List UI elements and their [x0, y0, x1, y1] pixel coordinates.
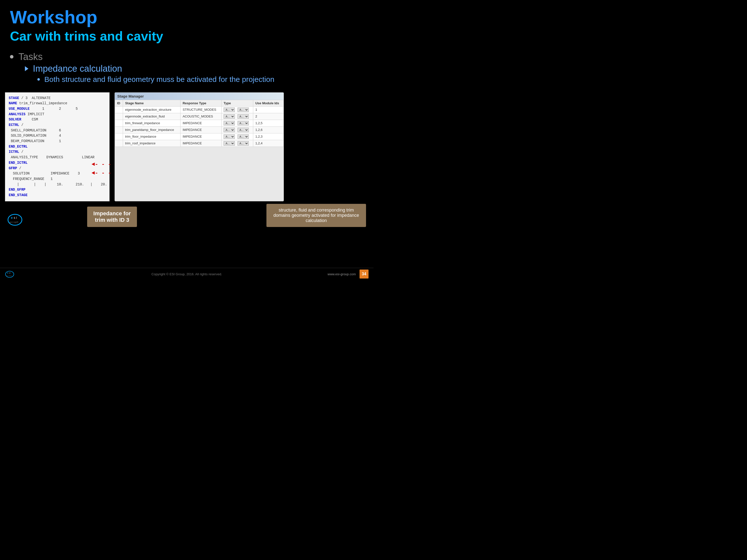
- projection-text: Both structure and fluid geometry muss b…: [44, 75, 275, 84]
- page-number: 34: [360, 270, 368, 278]
- tasks-section: Tasks Impedance calculation Both structu…: [10, 52, 364, 84]
- code-line-13: END_ICTRL: [9, 160, 106, 166]
- cell-id: [115, 106, 123, 113]
- footer-esi-logo-icon: e s i get it right®: [5, 270, 18, 278]
- code-line-6: ECTRL /: [9, 123, 106, 128]
- header: Workshop Car with trims and cavity: [0, 0, 374, 47]
- title-subtitle: Car with trims and cavity: [10, 28, 364, 44]
- main-content: STAGE / 3 ALTERNATE NAME trim_firewall_i…: [0, 92, 374, 202]
- cell-stage-name: eigenmode_extraction_structure: [123, 106, 181, 113]
- svg-text:e: e: [11, 216, 13, 219]
- type-select2[interactable]: A...: [237, 114, 249, 119]
- code-line-15: SOLUTION IMPEDANCE 3: [9, 171, 106, 177]
- table-row: trim_floor_impedance IMPEDANCE A... A...…: [115, 133, 284, 140]
- type-select2[interactable]: A...: [237, 128, 249, 132]
- table-row: trim_paneldamp_floor_impedance IMPEDANCE…: [115, 127, 284, 133]
- table-row: eigenmode_extraction_structure STRUCTURE…: [115, 106, 284, 113]
- type-select[interactable]: A...: [224, 134, 235, 139]
- footer-website: www.esi-group.com: [328, 272, 356, 276]
- cell-response-type: STRUCTURE_MODES: [181, 106, 222, 113]
- cell-module-ids: 2: [253, 113, 284, 120]
- structure-area: structure, fluid and corresponding trim …: [142, 204, 366, 227]
- structure-text: structure, fluid and corresponding trim …: [274, 208, 359, 223]
- cell-response-type: IMPEDANCE: [181, 120, 222, 127]
- type-select[interactable]: A...: [224, 114, 235, 119]
- impedance-line2: trim with ID 3: [92, 217, 132, 223]
- type-select2[interactable]: A...: [237, 141, 249, 145]
- slide: Workshop Car with trims and cavity Tasks…: [0, 0, 374, 280]
- stage-manager-panel: Stage Manager ID Stage Name Response Typ…: [114, 92, 284, 202]
- type-select2[interactable]: A...: [237, 108, 249, 112]
- code-line-2: NAME trim_firewall_impedance: [9, 101, 106, 106]
- col-stage-name: Stage Name: [123, 100, 181, 106]
- cell-type: A... A...: [221, 140, 253, 146]
- impedance-calc-text: Impedance calculation: [33, 63, 122, 74]
- cell-id: [115, 140, 123, 146]
- code-line-11: ICTRL /: [9, 149, 106, 155]
- cell-id: [115, 120, 123, 127]
- esi-logo-icon: e s i get it right ®: [7, 212, 27, 226]
- title-workshop: Workshop: [10, 7, 364, 27]
- svg-text:i: i: [16, 216, 17, 219]
- table-row: eigenmode_extraction_fluid ACOUSTIC_MODE…: [115, 113, 284, 120]
- cell-stage-name: trim_floor_impedance: [123, 133, 181, 140]
- cell-module-ids: 1,2,5: [253, 120, 284, 127]
- bullet-small-icon: [37, 78, 40, 81]
- code-line-18: END_GFRP: [9, 187, 106, 193]
- structure-box: structure, fluid and corresponding trim …: [266, 204, 366, 227]
- cell-type: A... A...: [221, 106, 253, 113]
- code-line-1: STAGE / 3 ALTERNATE: [9, 96, 106, 101]
- cell-id: [115, 113, 123, 120]
- stage-manager-header: Stage Manager: [115, 92, 284, 100]
- arrow-right-icon: [25, 66, 28, 71]
- bullet-dot: [10, 55, 14, 58]
- cell-type: A... A...: [221, 127, 253, 133]
- tasks-label: Tasks: [10, 52, 364, 62]
- cell-id: [115, 133, 123, 140]
- col-use-module-ids: Use Module Ids: [253, 100, 284, 106]
- svg-text:get it right®: get it right®: [6, 275, 12, 276]
- code-line-12: ANALYSIS_TYPE DYNAMICS LINEAR: [9, 155, 106, 160]
- cell-response-type: IMPEDANCE: [181, 140, 222, 146]
- sub-item-impedance: Impedance calculation: [25, 63, 364, 74]
- type-select[interactable]: A...: [224, 108, 235, 112]
- svg-text:e: e: [7, 272, 8, 274]
- footer-logo: e s i get it right®: [5, 270, 18, 278]
- svg-text:s: s: [14, 216, 15, 219]
- table-row: trim_roof_impedance IMPEDANCE A... A... …: [115, 140, 284, 146]
- footer: e s i get it right® Copyright © ESI Grou…: [0, 268, 374, 280]
- arrow-annotation-2: ◄- - -: [92, 169, 111, 178]
- code-line-14: GFRP /: [9, 166, 106, 171]
- cell-id: [115, 127, 123, 133]
- type-select2[interactable]: A...: [237, 121, 249, 126]
- cell-response-type: IMPEDANCE: [181, 127, 222, 133]
- svg-text:get it right: get it right: [9, 221, 17, 223]
- footer-copyright: Copyright © ESI Group, 2016. All rights …: [151, 272, 222, 276]
- sub-sub-item: Both structure and fluid geometry muss b…: [37, 75, 364, 84]
- code-line-9: BEAM_FORMULATION 1: [9, 139, 106, 144]
- content-area: Tasks Impedance calculation Both structu…: [0, 47, 374, 90]
- tasks-text: Tasks: [19, 52, 43, 62]
- arrow-annotation-1: ◄- - -: [92, 160, 111, 169]
- cell-module-ids: 1,2,3: [253, 133, 284, 140]
- type-select[interactable]: A...: [224, 121, 235, 126]
- type-select2[interactable]: A...: [237, 134, 249, 139]
- cell-response-type: ACOUSTIC_MODES: [181, 113, 222, 120]
- code-line-10: END_ECTRL: [9, 144, 106, 150]
- stage-table: ID Stage Name Response Type Type Use Mod…: [115, 100, 284, 147]
- cell-response-type: IMPEDANCE: [181, 133, 222, 140]
- impedance-box: Impedance for trim with ID 3: [87, 207, 137, 227]
- code-line-17: | | | 10. 210. | 20.: [9, 182, 106, 187]
- cell-stage-name: trim_paneldamp_floor_impedance: [123, 127, 181, 133]
- cell-type: A... A...: [221, 133, 253, 140]
- cell-module-ids: 1: [253, 106, 284, 113]
- col-response-type: Response Type: [181, 100, 222, 106]
- type-select[interactable]: A...: [224, 141, 235, 145]
- code-block: STAGE / 3 ALTERNATE NAME trim_firewall_i…: [5, 92, 109, 202]
- code-line-5: SOLVER CSM: [9, 117, 106, 123]
- bottom-section: e s i get it right ® Impedance for trim …: [0, 204, 374, 227]
- table-row: trim_firewall_impedance IMPEDANCE A... A…: [115, 120, 284, 127]
- type-select[interactable]: A...: [224, 128, 235, 132]
- code-line-16: FREQUENCY_RANGE 1: [9, 177, 106, 182]
- logo-area: e s i get it right ®: [7, 212, 32, 227]
